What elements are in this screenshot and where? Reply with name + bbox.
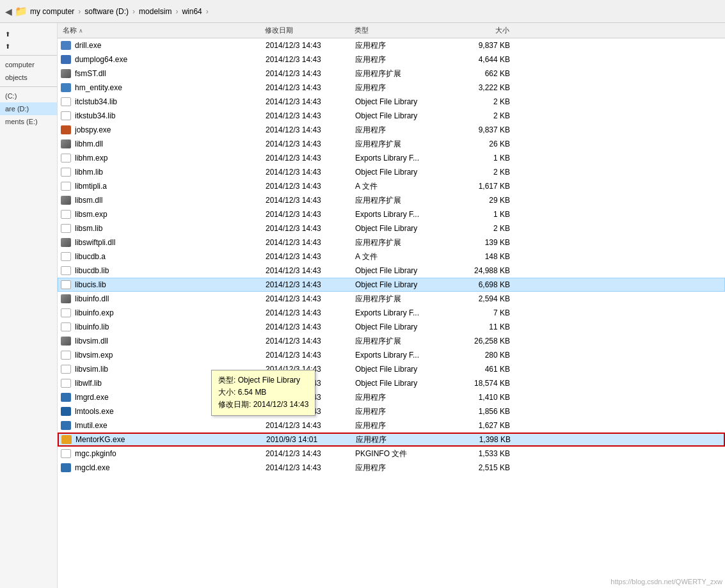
table-row[interactable]: libvsim.lib2014/12/3 14:43Object File Li… <box>58 362 725 376</box>
table-row[interactable]: mgcld.exe2014/12/3 14:43应用程序2,515 KB <box>58 461 725 475</box>
table-row[interactable]: itclstub34.lib2014/12/3 14:43Object File… <box>58 95 725 109</box>
sidebar-pin-1[interactable]: ⬆ <box>0 28 57 40</box>
lib-icon <box>61 322 71 331</box>
table-row[interactable]: lmtools.exe2014/12/3 14:43应用程序1,856 KB <box>58 404 725 418</box>
file-size: 2,515 KB <box>458 463 515 472</box>
sidebar-item-objects[interactable]: objects <box>0 71 57 84</box>
table-row[interactable]: libmtipli.a2014/12/3 14:43A 文件1,617 KB <box>58 179 725 193</box>
file-name: mgc.pkginfo <box>75 449 266 458</box>
table-row[interactable]: libvsim.dll2014/12/3 14:43应用程序扩展26,258 K… <box>58 334 725 348</box>
file-type: Object File Library <box>355 224 458 233</box>
dll-icon <box>61 294 71 303</box>
file-date: 2014/12/3 14:43 <box>266 139 355 148</box>
file-type: 应用程序 <box>355 392 458 403</box>
table-row[interactable]: libucdb.lib2014/12/3 14:43Object File Li… <box>58 264 725 278</box>
file-list-header: 名称 ∧ 修改日期 类型 大小 <box>58 23 725 38</box>
exp-icon <box>61 210 71 219</box>
file-date: 2014/12/3 14:43 <box>266 210 355 219</box>
file-size: 461 KB <box>458 365 515 374</box>
table-row[interactable]: jobspy.exe2014/12/3 14:43应用程序9,837 KB <box>58 123 725 137</box>
file-date: 2010/9/3 14:01 <box>266 435 356 444</box>
file-type: Object File Library <box>355 111 458 120</box>
table-row[interactable]: libsm.exp2014/12/3 14:43Exports Library … <box>58 207 725 221</box>
file-name: libmtipli.a <box>75 182 266 191</box>
lib-icon <box>61 97 71 106</box>
file-date: 2014/12/3 14:43 <box>266 196 355 205</box>
dll-icon <box>61 238 71 247</box>
table-row[interactable]: libvsim.exp2014/12/3 14:43Exports Librar… <box>58 348 725 362</box>
header-size[interactable]: 大小 <box>457 26 514 35</box>
breadcrumb-win64[interactable]: win64 <box>182 7 202 16</box>
table-row[interactable]: libucdb.a2014/12/3 14:43A 文件148 KB <box>58 250 725 264</box>
sidebar-item-drive-d[interactable]: are (D:) <box>0 102 57 115</box>
lib-icon <box>61 379 71 388</box>
breadcrumb-sep-4: › <box>206 7 209 16</box>
header-type[interactable]: 类型 <box>355 26 457 35</box>
header-name[interactable]: 名称 ∧ <box>60 26 265 35</box>
table-row[interactable]: libhm.exp2014/12/3 14:43Exports Library … <box>58 151 725 165</box>
breadcrumb-home[interactable]: my computer <box>30 7 74 16</box>
folder-icon: 📁 <box>15 5 28 17</box>
tooltip-date-value: 2014/12/3 14:43 <box>253 400 309 409</box>
header-date[interactable]: 修改日期 <box>265 26 355 35</box>
file-size: 7 KB <box>458 308 515 317</box>
file-name: itkstub34.lib <box>75 111 266 120</box>
table-row[interactable]: drill.exe2014/12/3 14:43应用程序9,837 KB <box>58 38 725 52</box>
table-row[interactable]: libuinfo.exp2014/12/3 14:43Exports Libra… <box>58 306 725 320</box>
sidebar-pin-2[interactable]: ⬆ <box>0 40 57 52</box>
file-list: drill.exe2014/12/3 14:43应用程序9,837 KBdump… <box>58 38 725 475</box>
file-size: 11 KB <box>458 322 515 331</box>
file-type: 应用程序 <box>355 40 458 51</box>
file-date: 2014/12/3 14:43 <box>266 238 355 247</box>
file-size: 1 KB <box>458 210 515 219</box>
file-name: drill.exe <box>75 41 266 50</box>
table-row[interactable]: libsm.lib2014/12/3 14:43Object File Libr… <box>58 221 725 235</box>
table-row[interactable]: itkstub34.lib2014/12/3 14:43Object File … <box>58 109 725 123</box>
table-row[interactable]: libhm.lib2014/12/3 14:43Object File Libr… <box>58 165 725 179</box>
table-row[interactable]: libucis.lib2014/12/3 14:43Object File Li… <box>58 278 725 292</box>
table-row[interactable]: lmutil.exe2014/12/3 14:43应用程序1,627 KB <box>58 418 725 433</box>
back-icon[interactable]: ◀ <box>5 6 12 17</box>
file-size: 18,574 KB <box>458 379 515 388</box>
dll-icon <box>61 196 71 205</box>
table-row[interactable]: dumplog64.exe2014/12/3 14:43应用程序4,644 KB <box>58 52 725 67</box>
sidebar-item-drive-c[interactable]: (C:) <box>0 90 57 102</box>
file-name: libvsim.exp <box>75 351 266 360</box>
sidebar-label-drive-e: ments (E:) <box>5 118 38 125</box>
file-size: 6,698 KB <box>458 280 515 289</box>
lib-icon <box>61 280 71 289</box>
file-type: Exports Library F... <box>355 308 458 317</box>
table-row[interactable]: MentorKG.exe2010/9/3 14:01应用程序1,398 KB <box>58 433 725 447</box>
table-row[interactable]: libswiftpli.dll2014/12/3 14:43应用程序扩展139 … <box>58 235 725 250</box>
file-icon-cell <box>61 68 72 79</box>
breadcrumb-modelsim[interactable]: modelsim <box>139 7 171 16</box>
app-lmutil-icon <box>61 421 71 430</box>
file-name: libuinfo.lib <box>75 322 266 331</box>
table-row[interactable]: libhm.dll2014/12/3 14:43应用程序扩展26 KB <box>58 137 725 151</box>
table-row[interactable]: libsm.dll2014/12/3 14:43应用程序扩展29 KB <box>58 193 725 207</box>
table-row[interactable]: mgc.pkginfo2014/12/3 14:43PKGINFO 文件1,53… <box>58 447 725 461</box>
breadcrumb-software[interactable]: software (D:) <box>84 7 129 16</box>
table-row[interactable]: libuinfo.lib2014/12/3 14:43Object File L… <box>58 320 725 334</box>
file-size: 24,988 KB <box>458 266 515 275</box>
file-size: 139 KB <box>458 238 515 247</box>
file-size: 1,398 KB <box>458 435 516 444</box>
file-icon-cell <box>61 83 72 93</box>
table-row[interactable]: hm_entity.exe2014/12/3 14:43应用程序3,222 KB <box>58 81 725 95</box>
app-dump-icon <box>61 55 71 64</box>
sidebar-item-computer[interactable]: computer <box>0 58 57 71</box>
file-icon-cell <box>61 251 72 262</box>
table-row[interactable]: lmgrd.exe2014/12/3 14:43应用程序1,410 KB <box>58 390 725 404</box>
file-type: Exports Library F... <box>355 351 458 360</box>
file-date: 2014/12/3 14:43 <box>266 111 355 120</box>
file-name: libsm.lib <box>75 224 266 233</box>
sidebar-label-objects: objects <box>5 74 28 81</box>
watermark: https://blog.csdn.net/QWERTY_zxw <box>610 578 722 585</box>
table-row[interactable]: fsmST.dll2014/12/3 14:43应用程序扩展662 KB <box>58 67 725 81</box>
table-row[interactable]: libwlf.lib2014/12/3 14:43Object File Lib… <box>58 376 725 390</box>
file-name: libhm.dll <box>75 139 266 148</box>
file-name: libucdb.lib <box>75 266 266 275</box>
table-row[interactable]: libuinfo.dll2014/12/3 14:43应用程序扩展2,594 K… <box>58 292 725 306</box>
file-name: libhm.exp <box>75 154 266 163</box>
sidebar-item-drive-e[interactable]: ments (E:) <box>0 115 57 128</box>
